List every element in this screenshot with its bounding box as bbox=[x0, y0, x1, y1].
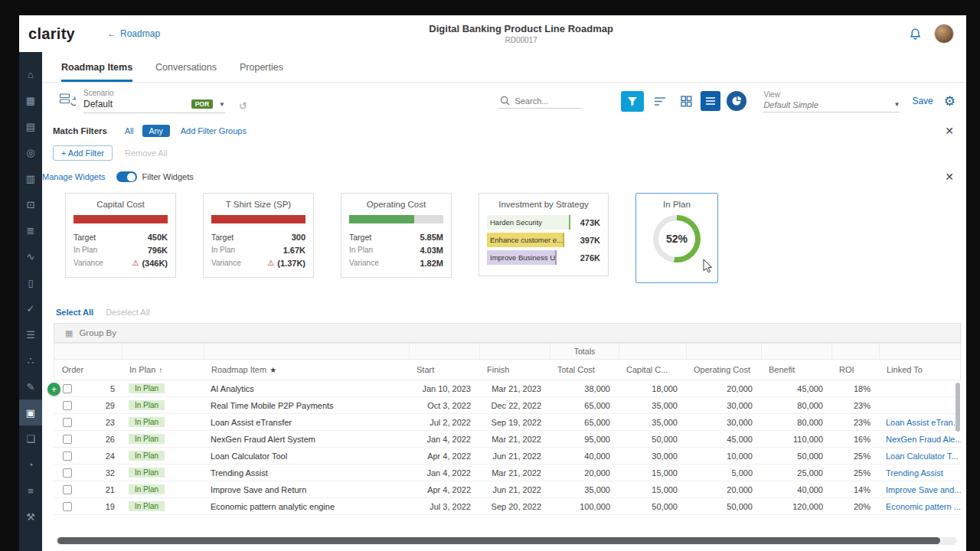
add-filter-groups-link[interactable]: Add Filter Groups bbox=[181, 126, 247, 135]
sidebar-item-trends[interactable]: ∿ bbox=[19, 243, 42, 269]
table-row[interactable]: 5In PlanAI AnalyticsJan 10, 2023Mar 21, … bbox=[54, 380, 961, 397]
roadmap-item-name[interactable]: Economic pattern analytic engine bbox=[203, 502, 408, 511]
user-avatar[interactable] bbox=[934, 24, 954, 44]
col-header-roi[interactable]: ROI bbox=[831, 365, 879, 374]
linked-to-link[interactable]: Loan Assist eTran... bbox=[878, 418, 961, 427]
linked-to-link[interactable]: Improve Save and... bbox=[878, 485, 961, 494]
sidebar-item-reports[interactable]: ▥ bbox=[19, 165, 42, 191]
roadmap-item-name[interactable]: Improve Save and Return bbox=[203, 485, 408, 494]
view-select[interactable]: View Default Simple ▼ bbox=[763, 90, 900, 112]
row-checkbox[interactable] bbox=[63, 384, 72, 393]
add-item-button[interactable]: + bbox=[47, 383, 60, 396]
match-all-option[interactable]: All bbox=[118, 125, 141, 137]
close-filters-icon[interactable]: ✕ bbox=[945, 126, 954, 136]
roadmap-item-name[interactable]: Trending Assist bbox=[203, 468, 408, 478]
sidebar-item-approvals[interactable]: ✓ bbox=[19, 295, 42, 321]
sidebar-item-home[interactable]: ⌂ bbox=[19, 61, 42, 87]
close-widgets-icon[interactable]: ✕ bbox=[945, 171, 954, 182]
sidebar-item-dashboards[interactable]: ⊡ bbox=[19, 191, 42, 217]
sidebar-item-design[interactable]: ✎ bbox=[19, 373, 42, 399]
display-options-icon[interactable] bbox=[650, 91, 670, 111]
widget-investment-by-strategy[interactable]: Investment by Strategy Harden Security47… bbox=[479, 193, 609, 276]
grid-view-button-active[interactable] bbox=[701, 91, 720, 111]
sidebar-item-team[interactable]: ◔ bbox=[19, 452, 42, 478]
roadmap-item-name[interactable]: Loan Calculator Tool bbox=[203, 452, 408, 461]
sidebar-item-tools[interactable]: ⚒ bbox=[19, 504, 42, 530]
sidebar-item-lists[interactable]: ≡ bbox=[19, 478, 42, 504]
select-all-link[interactable]: Select All bbox=[56, 308, 93, 317]
match-any-option[interactable]: Any bbox=[142, 125, 170, 137]
roadmap-item-name[interactable]: Real Time Mobile P2P Payments bbox=[203, 401, 408, 410]
sidebar-item-roadmaps[interactable]: ▣ bbox=[19, 399, 42, 425]
table-row[interactable]: 19In PlanEconomic pattern analytic engin… bbox=[54, 498, 961, 515]
board-view-icon[interactable] bbox=[676, 91, 696, 111]
group-by-bar[interactable]: ▦ Group By bbox=[54, 323, 961, 343]
notifications-bell-icon[interactable] bbox=[909, 28, 922, 41]
tab-properties[interactable]: Properties bbox=[240, 62, 283, 82]
table-row[interactable]: 26In PlanNexGen Fraud Alert SystemJan 4,… bbox=[54, 431, 961, 448]
col-header-capital-cost[interactable]: Capital C... bbox=[619, 365, 686, 374]
row-checkbox[interactable] bbox=[63, 502, 72, 511]
sidebar-item-copies[interactable]: ❏ bbox=[19, 425, 42, 452]
table-row[interactable]: 23In PlanLoan Assist eTransferJul 2, 202… bbox=[54, 414, 961, 431]
col-header-in-plan[interactable]: In Plan↑ bbox=[122, 365, 204, 374]
row-checkbox[interactable] bbox=[63, 418, 72, 427]
roadmap-item-name[interactable]: AI Analytics bbox=[203, 384, 408, 393]
sidebar-item-checklist[interactable]: ☰ bbox=[19, 321, 42, 347]
filter-button[interactable] bbox=[621, 91, 644, 112]
roadmap-item-name[interactable]: NexGen Fraud Alert System bbox=[203, 435, 408, 444]
col-header-finish[interactable]: Finish bbox=[479, 365, 550, 374]
scenario-select[interactable]: Scenario Default POR ▼ bbox=[83, 89, 225, 113]
linked-to-link[interactable]: Trending Assist bbox=[878, 468, 961, 478]
sidebar-item-documents[interactable]: ▯ bbox=[19, 269, 42, 295]
sidebar-item-ideas[interactable]: ◎ bbox=[19, 139, 42, 165]
table-row[interactable]: 24In PlanLoan Calculator ToolApr 4, 2022… bbox=[54, 448, 961, 465]
toggle-switch[interactable] bbox=[116, 171, 137, 182]
roadmap-item-name[interactable]: Loan Assist eTransfer bbox=[203, 418, 408, 427]
row-checkbox[interactable] bbox=[63, 452, 72, 461]
col-header-linked-to[interactable]: Linked To bbox=[879, 365, 960, 374]
checklist-icon: ☰ bbox=[26, 329, 35, 341]
search-input[interactable] bbox=[514, 96, 577, 106]
row-checkbox[interactable] bbox=[63, 468, 72, 478]
sidebar-item-data[interactable]: ≣ bbox=[19, 217, 42, 243]
vertical-scrollbar[interactable] bbox=[956, 383, 960, 432]
col-header-benefit[interactable]: Benefit bbox=[761, 365, 831, 374]
filter-widgets-toggle[interactable]: Filter Widgets bbox=[116, 171, 194, 182]
sidebar-item-resources[interactable]: ∴ bbox=[19, 347, 42, 373]
col-header-operating-cost[interactable]: Operating Cost bbox=[686, 365, 761, 374]
widgets-header: Manage Widgets Filter Widgets ✕ bbox=[42, 164, 966, 190]
linked-to-link[interactable]: NexGen Fraud Ale... bbox=[878, 435, 961, 444]
strategy-bar-row: Enhance customer e...397K bbox=[487, 233, 600, 247]
row-checkbox[interactable] bbox=[63, 435, 72, 444]
settings-gear-icon[interactable]: ⚙ bbox=[944, 95, 956, 108]
widget-operating-cost[interactable]: Operating Cost Target5.85MIn Plan4.03MVa… bbox=[341, 193, 452, 278]
table-row[interactable]: 29In PlanReal Time Mobile P2P PaymentsOc… bbox=[54, 397, 961, 414]
col-header-total-cost[interactable]: Total Cost bbox=[550, 365, 619, 374]
linked-to-link[interactable]: Loan Calculator T... bbox=[878, 452, 961, 461]
tab-roadmap-items[interactable]: Roadmap Items bbox=[61, 62, 132, 82]
tab-conversations[interactable]: Conversations bbox=[155, 62, 217, 82]
col-header-roadmap-item[interactable]: Roadmap Item★ bbox=[204, 365, 409, 374]
widget-tshirt[interactable]: T Shirt Size (SP) Target300In Plan1.67KV… bbox=[203, 193, 314, 278]
status-badge: In Plan bbox=[129, 400, 165, 410]
row-checkbox[interactable] bbox=[63, 485, 72, 494]
col-header-order[interactable]: Order bbox=[54, 365, 122, 374]
sidebar-item-boards[interactable]: ▦ bbox=[19, 87, 42, 113]
reset-scenario-icon[interactable]: ↺ bbox=[239, 100, 247, 112]
col-header-start[interactable]: Start bbox=[409, 365, 479, 374]
back-link[interactable]: ← Roadmap bbox=[107, 28, 160, 39]
total-cost: 35,000 bbox=[549, 485, 618, 494]
manage-widgets-link[interactable]: Manage Widgets bbox=[42, 172, 106, 181]
sidebar-item-timelines[interactable]: ▤ bbox=[19, 113, 42, 139]
widget-capital-cost[interactable]: Capital Cost Target450KIn Plan796KVarian… bbox=[65, 193, 176, 278]
add-filter-button[interactable]: + Add Filter bbox=[53, 145, 113, 161]
finish-date: Mar 21, 2022 bbox=[479, 435, 549, 444]
table-row[interactable]: 21In PlanImprove Save and ReturnApr 4, 2… bbox=[54, 481, 961, 498]
linked-to-link[interactable]: Economic pattern ... bbox=[878, 502, 961, 511]
horizontal-scrollbar-thumb[interactable] bbox=[57, 537, 940, 544]
widgets-toggle-button[interactable] bbox=[727, 91, 746, 111]
table-row[interactable]: 32In PlanTrending AssistJan 4, 2022Mar 2… bbox=[54, 465, 961, 481]
save-button[interactable]: Save bbox=[912, 96, 933, 106]
row-checkbox[interactable] bbox=[63, 401, 72, 410]
